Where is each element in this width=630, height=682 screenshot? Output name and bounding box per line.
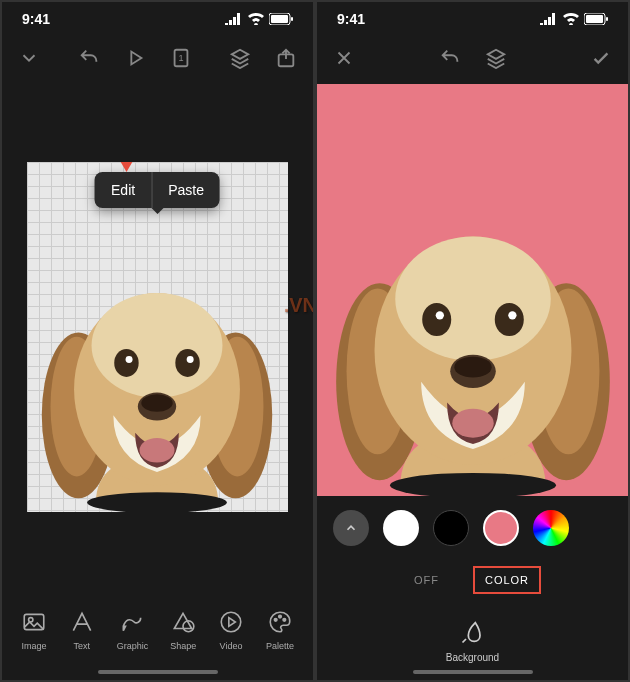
background-tool[interactable]: Background bbox=[317, 600, 628, 680]
paste-button[interactable]: Paste bbox=[152, 172, 220, 208]
tool-label: Image bbox=[21, 641, 46, 651]
status-time: 9:41 bbox=[337, 11, 365, 27]
color-swatch-custom[interactable] bbox=[533, 510, 569, 546]
layers-icon[interactable] bbox=[229, 47, 251, 73]
graphic-tool[interactable]: Graphic bbox=[117, 609, 149, 651]
svg-point-19 bbox=[142, 395, 173, 412]
tool-label: Text bbox=[74, 641, 91, 651]
home-indicator[interactable] bbox=[413, 670, 533, 674]
svg-point-27 bbox=[283, 619, 286, 622]
svg-point-20 bbox=[140, 438, 175, 462]
svg-point-40 bbox=[435, 311, 443, 319]
tool-label: Palette bbox=[266, 641, 294, 651]
play-icon[interactable] bbox=[124, 47, 146, 73]
layers-icon[interactable] bbox=[485, 47, 507, 73]
status-bar: 9:41 bbox=[317, 2, 628, 36]
undo-icon[interactable] bbox=[439, 47, 461, 73]
svg-point-24 bbox=[221, 612, 241, 632]
svg-point-15 bbox=[176, 349, 200, 377]
bottom-toolbar: Image Text Graphic Shape Video Palette bbox=[2, 590, 313, 680]
tool-label: Background bbox=[446, 652, 499, 663]
svg-rect-29 bbox=[586, 15, 603, 23]
svg-point-16 bbox=[126, 356, 133, 363]
canvas-area bbox=[317, 84, 628, 496]
close-icon[interactable] bbox=[333, 47, 355, 73]
svg-point-39 bbox=[494, 303, 523, 336]
svg-rect-1 bbox=[271, 15, 288, 23]
annotation-arrow bbox=[116, 162, 136, 176]
context-popup: Edit Paste bbox=[95, 172, 220, 208]
watermark: .VN bbox=[284, 294, 313, 317]
svg-point-25 bbox=[274, 619, 277, 622]
canvas[interactable]: Edit Paste bbox=[27, 162, 289, 511]
signal-icon bbox=[540, 13, 558, 25]
svg-point-44 bbox=[452, 409, 493, 438]
dog-image[interactable] bbox=[27, 232, 289, 511]
svg-point-43 bbox=[454, 357, 491, 378]
shape-tool[interactable]: Shape bbox=[170, 609, 196, 651]
svg-rect-2 bbox=[291, 17, 293, 21]
chevron-down-icon[interactable] bbox=[18, 47, 40, 73]
tab-off[interactable]: OFF bbox=[404, 568, 449, 592]
svg-rect-30 bbox=[606, 17, 608, 21]
top-toolbar bbox=[317, 36, 628, 84]
tab-row: OFF COLOR bbox=[317, 560, 628, 600]
svg-point-37 bbox=[395, 237, 550, 361]
svg-point-41 bbox=[508, 311, 516, 319]
left-screenshot: 9:41 1 Edit Paste bbox=[2, 2, 313, 680]
wifi-icon bbox=[563, 13, 579, 25]
color-swatch-white[interactable] bbox=[383, 510, 419, 546]
undo-icon[interactable] bbox=[78, 47, 100, 73]
tool-label: Shape bbox=[170, 641, 196, 651]
color-picker-row bbox=[317, 496, 628, 560]
canvas-area: Edit Paste bbox=[2, 84, 313, 590]
svg-point-26 bbox=[279, 615, 282, 618]
status-icons bbox=[540, 13, 608, 25]
pages-icon[interactable]: 1 bbox=[170, 47, 192, 73]
dog-image[interactable] bbox=[317, 164, 628, 496]
tool-label: Graphic bbox=[117, 641, 149, 651]
expand-colors-button[interactable] bbox=[333, 510, 369, 546]
status-time: 9:41 bbox=[22, 11, 50, 27]
home-indicator[interactable] bbox=[98, 670, 218, 674]
svg-point-13 bbox=[92, 293, 223, 398]
video-tool[interactable]: Video bbox=[218, 609, 244, 651]
svg-text:1: 1 bbox=[178, 53, 183, 63]
tab-color[interactable]: COLOR bbox=[473, 566, 541, 594]
edit-button[interactable]: Edit bbox=[95, 172, 151, 208]
top-toolbar: 1 bbox=[2, 36, 313, 84]
tool-label: Video bbox=[220, 641, 243, 651]
color-swatch-black[interactable] bbox=[433, 510, 469, 546]
status-bar: 9:41 bbox=[2, 2, 313, 36]
battery-icon bbox=[584, 13, 608, 25]
image-tool[interactable]: Image bbox=[21, 609, 47, 651]
battery-icon bbox=[269, 13, 293, 25]
color-swatch-pink[interactable] bbox=[483, 510, 519, 546]
palette-tool[interactable]: Palette bbox=[266, 609, 294, 651]
canvas[interactable] bbox=[317, 84, 628, 496]
svg-point-17 bbox=[187, 356, 194, 363]
svg-point-14 bbox=[115, 349, 139, 377]
share-icon[interactable] bbox=[275, 47, 297, 73]
wifi-icon bbox=[248, 13, 264, 25]
right-screenshot: 9:41 bbox=[317, 2, 628, 680]
text-tool[interactable]: Text bbox=[69, 609, 95, 651]
status-icons bbox=[225, 13, 293, 25]
signal-icon bbox=[225, 13, 243, 25]
svg-point-38 bbox=[422, 303, 451, 336]
check-icon[interactable] bbox=[590, 47, 612, 73]
